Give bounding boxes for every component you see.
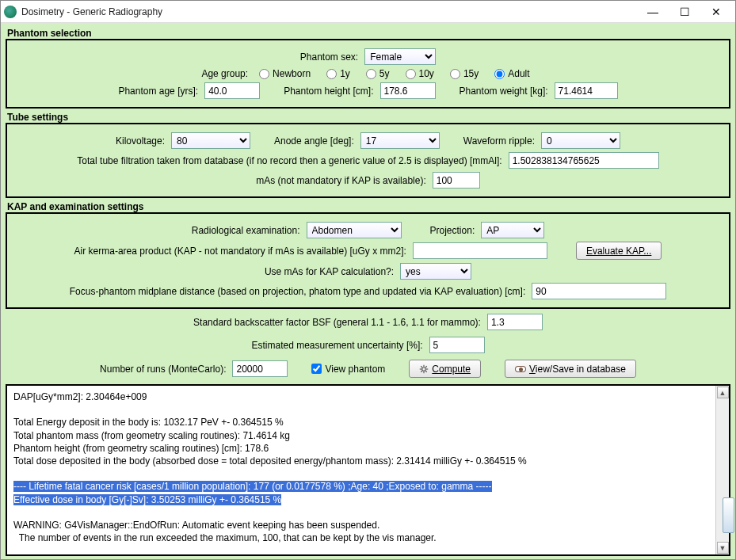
- phantom-heading: Phantom selection: [7, 28, 730, 39]
- view-phantom-checkbox[interactable]: [311, 364, 322, 374]
- age-5y-label: 5y: [379, 68, 390, 79]
- kap-heading: KAP and examination settings: [7, 201, 730, 212]
- age-15y-label: 15y: [463, 68, 479, 79]
- anode-label: Anode angle [deg]:: [274, 135, 354, 147]
- phantom-panel: Phantom sex: Female Age group: Newborn 1…: [6, 39, 730, 109]
- gear-icon: [419, 364, 429, 374]
- window-title: Dosimetry - Generic Radiography: [21, 6, 637, 17]
- phantom-sex-label: Phantom sex:: [300, 51, 358, 63]
- scroll-thumb[interactable]: [723, 497, 734, 533]
- age-10y-radio[interactable]: [406, 69, 416, 79]
- use-mas-label: Use mAs for KAP calculation?:: [265, 266, 394, 277]
- svg-line-5: [421, 366, 423, 368]
- phantom-weight-input[interactable]: [555, 82, 618, 99]
- tube-heading: Tube settings: [7, 112, 730, 123]
- view-phantom-label: View phantom: [325, 364, 385, 375]
- proj-select[interactable]: AP: [481, 222, 544, 238]
- view-save-button[interactable]: View/Save in database: [505, 360, 636, 378]
- kv-label: Kilovoltage:: [116, 135, 165, 147]
- eye-icon: [515, 366, 526, 372]
- output-text[interactable]: DAP[uGy*mm2]: 2.30464e+009 Total Energy …: [7, 386, 715, 554]
- exam-select[interactable]: Abdomen: [307, 222, 402, 238]
- tube-panel: Kilovoltage: 80 Anode angle [deg]: 17 Wa…: [6, 123, 730, 198]
- uncertainty-label: Estimated measurement uncertainty [%]:: [251, 340, 422, 351]
- kap-input[interactable]: [413, 242, 547, 259]
- ripple-select[interactable]: 0: [541, 132, 620, 149]
- output-panel: DAP[uGy*mm2]: 2.30464e+009 Total Energy …: [6, 384, 730, 556]
- app-window: Dosimetry - Generic Radiography — ☐ ✕ Ph…: [0, 0, 736, 560]
- filtration-label: Total tube filtration taken from databas…: [77, 155, 501, 166]
- focus-label: Focus-phantom midplane distance (based o…: [70, 286, 525, 297]
- svg-point-0: [422, 367, 426, 371]
- svg-line-7: [421, 371, 423, 372]
- phantom-weight-label: Phantom weight [kg]:: [460, 86, 548, 97]
- anode-select[interactable]: 17: [360, 132, 440, 149]
- minimize-button[interactable]: —: [637, 2, 669, 22]
- use-mas-select[interactable]: yes: [400, 263, 471, 280]
- phantom-sex-select[interactable]: Female: [364, 48, 436, 65]
- kap-panel: Radiological examination: Abdomen Projec…: [6, 212, 730, 309]
- scroll-down-icon[interactable]: ▼: [717, 542, 729, 554]
- mas-label: mAs (not mandatory if KAP is available):: [256, 175, 426, 186]
- svg-line-8: [426, 366, 428, 368]
- titlebar: Dosimetry - Generic Radiography — ☐ ✕: [1, 1, 735, 23]
- app-icon: [4, 6, 17, 18]
- age-newborn-label: Newborn: [273, 68, 311, 79]
- age-adult-label: Adult: [508, 68, 529, 79]
- kap-label: Air kerma-area product (KAP - not mandat…: [74, 246, 406, 257]
- age-10y-label: 10y: [419, 68, 434, 79]
- age-1y-label: 1y: [340, 68, 350, 79]
- age-15y-radio[interactable]: [450, 69, 460, 79]
- ripple-label: Waveform ripple:: [463, 135, 535, 147]
- exam-label: Radiological examination:: [192, 225, 300, 236]
- content-area: Phantom selection Phantom sex: Female Ag…: [1, 23, 735, 559]
- age-1y-radio[interactable]: [326, 69, 337, 79]
- runs-input[interactable]: [232, 360, 288, 377]
- svg-line-6: [426, 371, 428, 372]
- focus-input[interactable]: [532, 283, 666, 299]
- age-group-label: Age group:: [201, 68, 248, 79]
- bsf-input[interactable]: [487, 314, 543, 330]
- scroll-up-icon[interactable]: ▲: [717, 387, 729, 398]
- phantom-height-label: Phantom height [cm]:: [284, 86, 373, 97]
- compute-button[interactable]: Compute: [409, 360, 481, 378]
- mas-input[interactable]: [433, 172, 480, 189]
- age-adult-radio[interactable]: [494, 69, 505, 79]
- filtration-input[interactable]: [509, 152, 659, 169]
- phantom-age-label: Phantom age [yrs]:: [118, 86, 198, 97]
- age-5y-radio[interactable]: [366, 69, 376, 79]
- kv-select[interactable]: 80: [171, 132, 250, 149]
- evaluate-kap-button[interactable]: Evaluate KAP...: [576, 242, 662, 260]
- bsf-label: Standard backscatter factor BSF (general…: [193, 317, 481, 328]
- close-button[interactable]: ✕: [700, 2, 732, 22]
- phantom-height-input[interactable]: [380, 82, 436, 99]
- phantom-age-input[interactable]: [204, 82, 260, 99]
- uncertainty-input[interactable]: [429, 337, 485, 353]
- scrollbar[interactable]: ▲ ▼: [715, 386, 729, 554]
- proj-label: Projection:: [430, 225, 475, 236]
- runs-label: Number of runs (MonteCarlo):: [100, 364, 226, 375]
- maximize-button[interactable]: ☐: [669, 2, 700, 22]
- age-newborn-radio[interactable]: [259, 69, 269, 79]
